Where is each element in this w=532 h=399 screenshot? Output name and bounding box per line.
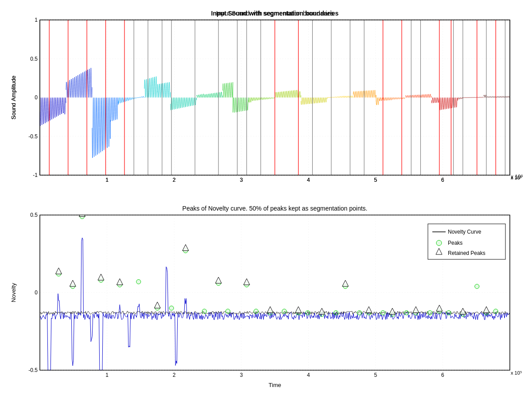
- main-container: [0, 0, 532, 399]
- plot-canvas: [0, 0, 532, 399]
